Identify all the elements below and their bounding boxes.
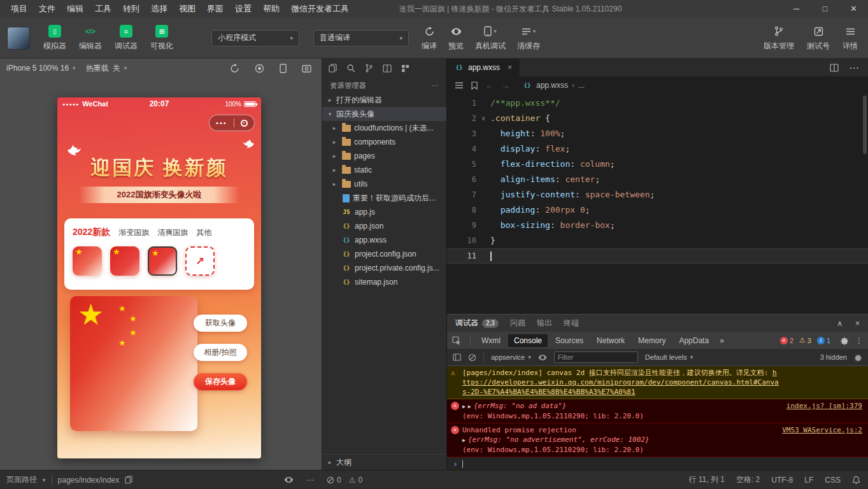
- breadcrumb-file[interactable]: app.wxss: [536, 81, 568, 90]
- files-icon[interactable]: [329, 64, 337, 73]
- details-button[interactable]: 详情: [843, 24, 858, 52]
- rotate-device-icon[interactable]: [230, 64, 239, 73]
- editor-toggle-button[interactable]: </> 编辑器: [79, 24, 102, 52]
- split-editor-icon[interactable]: [830, 64, 839, 72]
- avatar-preview-image[interactable]: ★ ★ ★ ★ ★: [70, 296, 197, 431]
- devtools-tab-wxml[interactable]: Wxml: [476, 334, 506, 347]
- console-filter-input[interactable]: [554, 351, 638, 363]
- code-line[interactable]: 6 align-items: center;: [447, 172, 868, 187]
- code-line[interactable]: 4 display: flex;: [447, 141, 868, 157]
- menu-item[interactable]: 项目: [5, 0, 33, 18]
- more-actions-icon[interactable]: ⋯: [849, 62, 859, 74]
- device-select[interactable]: iPhone 5 100% 16 ▾: [6, 64, 76, 73]
- more-dots-icon[interactable]: •••: [216, 120, 227, 126]
- kebab-menu-icon[interactable]: ⋮: [855, 336, 863, 345]
- settings-gear-icon[interactable]: [840, 336, 849, 345]
- context-select[interactable]: appservice ▾: [491, 353, 531, 361]
- hidden-messages-count[interactable]: 3 hidden: [820, 353, 847, 361]
- flag-thumbnail-selected[interactable]: ★: [148, 246, 177, 276]
- devtools-tab-network[interactable]: Network: [591, 334, 630, 347]
- miniprogram-capsule[interactable]: •••: [209, 115, 255, 131]
- menu-item[interactable]: 视图: [173, 0, 201, 18]
- scrollbar-thumb[interactable]: [863, 96, 867, 154]
- source-control-icon[interactable]: [365, 64, 373, 73]
- search-icon[interactable]: [346, 64, 355, 73]
- preview-button[interactable]: 预览: [448, 24, 464, 52]
- maximize-button[interactable]: □: [811, 0, 839, 18]
- eol-type[interactable]: LF: [804, 476, 813, 485]
- menu-item[interactable]: 工具: [89, 0, 117, 18]
- compile-button[interactable]: 编译: [422, 24, 437, 52]
- flag-thumbnail[interactable]: ★: [73, 246, 102, 276]
- encoding[interactable]: UTF-8: [771, 476, 793, 485]
- more-styles-thumbnail[interactable]: ↗: [185, 246, 215, 276]
- split-panel-icon[interactable]: [383, 64, 392, 73]
- navigate-back-icon[interactable]: ←: [485, 81, 494, 90]
- tree-item[interactable]: ▸utils: [322, 177, 446, 191]
- console-error-message[interactable]: ×▶▶{errMsg: "no ad data"}(env: Windows,m…: [447, 399, 868, 423]
- code-line[interactable]: 2∨.container {: [447, 111, 868, 126]
- warning-count-badge[interactable]: ⚠3: [799, 336, 811, 344]
- test-account-button[interactable]: 测试号: [807, 24, 830, 52]
- menu-item[interactable]: 界面: [201, 0, 229, 18]
- tree-item[interactable]: JSapp.js: [322, 205, 446, 219]
- tab-terminal[interactable]: 终端: [564, 318, 579, 329]
- record-icon[interactable]: [255, 64, 264, 73]
- disclosure-icon[interactable]: ▶: [468, 404, 471, 409]
- tree-item[interactable]: {}sitemap.json: [322, 275, 446, 289]
- tab-2022-new[interactable]: 2022新款: [73, 227, 110, 238]
- console-warning-message[interactable]: ⚠[pages/index/index] canvas 2d 接口支持同层渲染且…: [447, 366, 868, 399]
- info-count-badge[interactable]: i1: [817, 337, 830, 344]
- inspect-element-icon[interactable]: [452, 336, 461, 345]
- console-sidebar-icon[interactable]: [453, 353, 461, 361]
- more-dots-icon[interactable]: ⋯: [306, 476, 314, 485]
- console-source-link[interactable]: VM53 WAService.js:2: [782, 425, 862, 435]
- outline-list-icon[interactable]: [455, 82, 464, 89]
- menu-item[interactable]: 转到: [117, 0, 145, 18]
- minimize-button[interactable]: ─: [782, 0, 811, 18]
- console-source-link[interactable]: index.js? [sm]:379: [786, 401, 862, 411]
- screenshot-icon[interactable]: [302, 64, 311, 73]
- error-count-badge[interactable]: ×2: [780, 337, 793, 344]
- cursor-position[interactable]: 行 11, 列 1: [688, 474, 724, 485]
- compile-mode-select[interactable]: 普通编译 ▾: [313, 30, 409, 46]
- code-line[interactable]: 7 justify-content: space-between;: [447, 187, 868, 202]
- clear-console-icon[interactable]: [468, 353, 476, 362]
- menu-item[interactable]: 选择: [145, 0, 173, 18]
- tab-other[interactable]: 其他: [196, 227, 211, 238]
- devtools-tab-memory[interactable]: Memory: [632, 334, 671, 347]
- code-line[interactable]: 5 flex-direction: column;: [447, 157, 868, 172]
- debugger-toggle-button[interactable]: ≈ 调试器: [115, 24, 138, 52]
- breadcrumb-more[interactable]: ...: [578, 81, 585, 90]
- console-error-message[interactable]: ×Unhandled promise rejection▶{errMsg: "n…: [447, 423, 868, 457]
- explorer-more-icon[interactable]: ⋯: [432, 82, 439, 90]
- problems-summary[interactable]: 0 ⚠ 0: [327, 471, 362, 489]
- mode-select[interactable]: 小程序模式 ▾: [211, 30, 299, 46]
- tab-output[interactable]: 输出: [537, 318, 552, 329]
- disclosure-icon[interactable]: ▶: [462, 404, 466, 409]
- open-editors-section[interactable]: ▸ 打开的编辑器: [322, 93, 446, 107]
- project-root-section[interactable]: ▾ 国庆换头像: [322, 107, 446, 121]
- eye-icon[interactable]: [538, 354, 547, 361]
- hot-reload-toggle[interactable]: 热重载 关 ▾: [86, 63, 127, 74]
- bookmark-icon[interactable]: [471, 82, 478, 90]
- close-button[interactable]: ✕: [839, 0, 868, 18]
- tab-problems[interactable]: 问题: [510, 318, 525, 329]
- close-tab-icon[interactable]: ×: [508, 63, 512, 72]
- disclosure-icon[interactable]: ▶: [462, 437, 466, 443]
- fold-icon[interactable]: ∨: [476, 111, 490, 126]
- page-path-value[interactable]: pages/index/index: [58, 476, 120, 485]
- console-settings-gear-icon[interactable]: [854, 353, 862, 362]
- tab-app-wxss[interactable]: {} app.wxss ×: [447, 59, 520, 76]
- visualizer-toggle-button[interactable]: ⊞ 可视化: [150, 24, 173, 52]
- tab-gradient-flag[interactable]: 渐变国旗: [118, 227, 149, 238]
- save-avatar-button[interactable]: 保存头像: [194, 373, 247, 390]
- notifications-bell-icon[interactable]: [852, 476, 860, 485]
- capsule-close-icon[interactable]: [241, 120, 248, 127]
- clear-cache-button[interactable]: ▾ 清缓存: [517, 24, 540, 52]
- code-line[interactable]: 3 height: 100%;: [447, 126, 868, 141]
- get-avatar-button[interactable]: 获取头像: [194, 315, 247, 332]
- code-line[interactable]: 10}: [447, 233, 868, 248]
- tree-item[interactable]: ▸static: [322, 163, 446, 177]
- tree-item[interactable]: {}project.private.config.js...: [322, 261, 446, 275]
